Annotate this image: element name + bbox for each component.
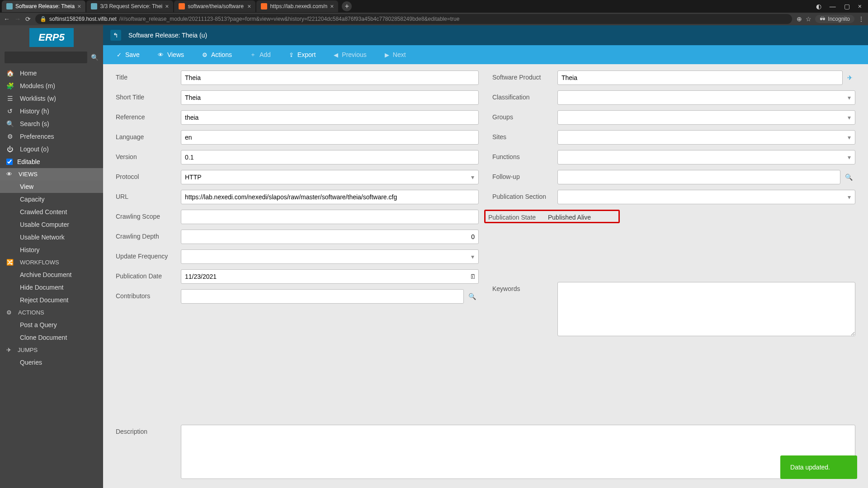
sidebar-item-reject-document[interactable]: Reject Document bbox=[0, 294, 103, 306]
editable-checkbox[interactable] bbox=[6, 159, 13, 165]
close-window-icon[interactable]: × bbox=[856, 2, 863, 11]
row-crawling-depth: Crawling Depth bbox=[116, 230, 479, 244]
maximize-icon[interactable]: ▢ bbox=[842, 2, 852, 11]
sidebar-item-label: Reject Document bbox=[20, 296, 68, 304]
label-sites: Sites bbox=[492, 130, 557, 141]
views-button[interactable]: 👁Views bbox=[149, 45, 193, 64]
label-version: Version bbox=[116, 150, 181, 160]
plane-icon[interactable]: ✈ bbox=[844, 71, 855, 84]
row-keywords: Keywords bbox=[492, 282, 855, 336]
sidebar-item-usable-network[interactable]: Usable Network bbox=[0, 231, 103, 244]
nav-preferences[interactable]: ⚙Preferences bbox=[0, 130, 103, 143]
input-software-product[interactable] bbox=[557, 70, 843, 85]
menu-icon[interactable]: ⋮ bbox=[858, 15, 864, 23]
breadcrumb-up-button[interactable]: ↰ bbox=[110, 30, 121, 41]
back-icon[interactable]: ← bbox=[4, 15, 10, 23]
sidebar-item-archive-document[interactable]: Archive Document bbox=[0, 268, 103, 281]
input-url[interactable] bbox=[181, 190, 479, 204]
select-functions[interactable] bbox=[557, 150, 855, 164]
actions-button[interactable]: ⚙Actions bbox=[193, 45, 241, 64]
nav-home[interactable]: 🏠Home bbox=[0, 67, 103, 80]
breadcrumb-title: Software Release: Theia (u) bbox=[128, 32, 207, 39]
account-icon[interactable]: ◐ bbox=[814, 2, 823, 11]
input-crawling-depth[interactable] bbox=[181, 230, 479, 244]
search-icon[interactable]: 🔍 bbox=[91, 54, 99, 61]
input-crawling-scope[interactable] bbox=[181, 210, 479, 224]
label-publication-section: Publication Section bbox=[492, 190, 557, 200]
close-icon[interactable]: × bbox=[165, 3, 169, 10]
input-title[interactable] bbox=[181, 70, 479, 85]
row-short-title: Short Title bbox=[116, 90, 479, 105]
tab-1[interactable]: 3/3 Request Service: Thei × bbox=[86, 0, 173, 12]
new-tab-button[interactable]: + bbox=[342, 1, 352, 11]
list-icon: ☰ bbox=[6, 95, 14, 102]
sidebar-item-capacity[interactable]: Capacity bbox=[0, 193, 103, 206]
sidebar-item-queries[interactable]: Queries bbox=[0, 356, 103, 369]
url-input[interactable]: 🔒 softinst158269.host.vifib.net /#/softw… bbox=[35, 14, 792, 24]
search-icon[interactable]: 🔍 bbox=[466, 290, 479, 303]
close-icon[interactable]: × bbox=[77, 3, 81, 10]
minimize-icon[interactable]: — bbox=[828, 2, 838, 11]
close-icon[interactable]: × bbox=[247, 3, 251, 10]
select-groups[interactable] bbox=[557, 110, 855, 125]
input-language[interactable] bbox=[181, 130, 479, 145]
puzzle-icon: 🧩 bbox=[6, 82, 14, 89]
incognito-label: Incognito bbox=[828, 16, 850, 22]
textarea-keywords[interactable] bbox=[557, 282, 855, 336]
shuffle-icon: 🔀 bbox=[6, 259, 14, 266]
zoom-icon[interactable]: ⊕ bbox=[797, 15, 802, 23]
sidebar-search-row: 🔍 bbox=[0, 49, 103, 67]
search-icon[interactable]: 🔍 bbox=[842, 171, 855, 183]
section-actions: ⚙ACTIONS bbox=[0, 306, 103, 319]
input-short-title[interactable] bbox=[181, 90, 479, 105]
input-contributors[interactable] bbox=[181, 289, 464, 304]
sidebar-item-usable-computer[interactable]: Usable Computer bbox=[0, 218, 103, 231]
sidebar-item-clone-document[interactable]: Clone Document bbox=[0, 331, 103, 344]
editable-toggle-row: Editable bbox=[0, 155, 103, 168]
sidebar-search-input[interactable] bbox=[5, 52, 87, 63]
save-button[interactable]: ✓Save bbox=[108, 45, 149, 64]
row-update-frequency: Update Frequency bbox=[116, 249, 479, 264]
tab-2[interactable]: software/theia/software × bbox=[174, 0, 255, 12]
nav-history[interactable]: ↺History (h) bbox=[0, 105, 103, 117]
export-button[interactable]: ⇪Export bbox=[280, 45, 325, 64]
nav-label: Worklists (w) bbox=[20, 95, 56, 102]
sidebar-item-history[interactable]: History bbox=[0, 244, 103, 256]
select-update-frequency[interactable] bbox=[181, 249, 479, 264]
input-version[interactable] bbox=[181, 150, 479, 164]
label-software-product: Software Product bbox=[492, 70, 557, 81]
close-icon[interactable]: × bbox=[330, 3, 334, 10]
search-icon: 🔍 bbox=[6, 120, 14, 127]
sidebar-item-hide-document[interactable]: Hide Document bbox=[0, 281, 103, 294]
nav-modules[interactable]: 🧩Modules (m) bbox=[0, 80, 103, 92]
select-classification[interactable] bbox=[557, 90, 855, 105]
input-followup[interactable] bbox=[557, 170, 840, 184]
plane-icon: ✈ bbox=[6, 347, 11, 353]
sidebar-item-view[interactable]: View bbox=[0, 180, 103, 193]
tab-3[interactable]: https://lab.nexedi.com/n × bbox=[256, 0, 338, 12]
row-url: URL bbox=[116, 190, 479, 204]
gear-icon: ⚙ bbox=[6, 309, 12, 316]
sidebar-item-crawled-content[interactable]: Crawled Content bbox=[0, 206, 103, 218]
textarea-description[interactable] bbox=[181, 425, 855, 479]
reload-icon[interactable]: ⟳ bbox=[25, 15, 31, 23]
star-icon[interactable]: ☆ bbox=[806, 15, 811, 23]
lock-icon: 🔒 bbox=[40, 16, 47, 22]
forward-icon[interactable]: → bbox=[14, 15, 21, 23]
input-publication-date[interactable] bbox=[181, 269, 479, 284]
sidebar-item-post-query[interactable]: Post a Query bbox=[0, 319, 103, 331]
select-protocol[interactable] bbox=[181, 170, 479, 184]
nav-logout[interactable]: ⏻Logout (o) bbox=[0, 143, 103, 155]
select-sites[interactable] bbox=[557, 130, 855, 145]
calendar-icon[interactable]: 🗓 bbox=[470, 273, 476, 280]
logo[interactable]: ERP5 bbox=[29, 28, 73, 47]
label-functions: Functions bbox=[492, 150, 557, 160]
favicon-gitlab bbox=[179, 3, 185, 9]
nav-worklists[interactable]: ☰Worklists (w) bbox=[0, 92, 103, 105]
tab-0[interactable]: Software Release: Theia × bbox=[2, 0, 85, 12]
incognito-badge[interactable]: 🕶 Incognito bbox=[815, 15, 854, 23]
nav-search[interactable]: 🔍Search (s) bbox=[0, 117, 103, 130]
row-description: Description bbox=[116, 425, 855, 479]
select-publication-section[interactable] bbox=[557, 190, 855, 204]
input-reference[interactable] bbox=[181, 110, 479, 125]
